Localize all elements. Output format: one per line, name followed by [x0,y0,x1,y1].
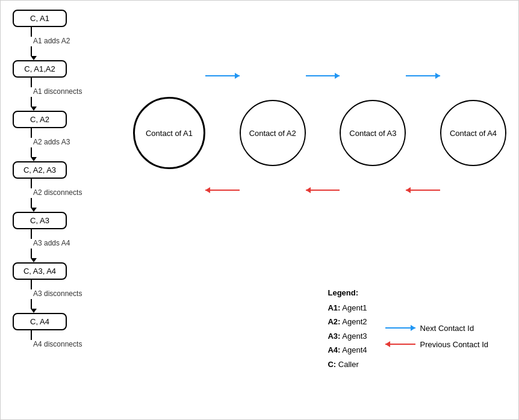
circle-contact-a1: Contact of A1 [133,97,205,169]
legend-title: Legend: [328,288,488,297]
flow-node-4: C, A2, A3 [13,161,67,179]
legend-a4: A4: Agent4 [328,343,367,357]
flow-node-1: C, A1 [13,10,67,27]
circle-contact-a4: Contact of A4 [440,100,506,166]
legend-red-row: Previous Contact Id [385,340,488,349]
red-arrow-3 [406,190,440,191]
transition-label-7: A4 disconnects [33,340,82,348]
circles-row: Contact of A1 Contact of A2 Contact of A… [133,97,506,169]
flow-item-4: C, A2, A3 [13,161,115,179]
red-arrow-2 [306,190,340,191]
legend-blue-arrow-icon [385,327,415,329]
flow-node-2: C, A1,A2 [13,60,67,78]
flow-node-7: C, A4 [13,313,67,330]
flow-item-6: C, A3, A4 [13,262,115,280]
flow-node-6: C, A3, A4 [13,262,67,280]
legend-a1: A1: Agent1 [328,301,367,315]
flow-item-2: C, A1,A2 [13,60,115,78]
blue-arrow-1 [205,75,240,76]
legend-c: C: Caller [328,357,367,371]
legend-a3: A3: Agent3 [328,329,367,343]
circle-contact-a3: Contact of A3 [340,100,406,166]
arrow-head [31,56,37,60]
flow-item-5: C, A3 [13,212,115,229]
legend-red-label: Previous Contact Id [420,340,488,349]
legend-a2: A2: Agent2 [328,315,367,329]
flow-node-3: C, A2 [13,111,67,128]
transition-label-1: A1 adds A2 [33,37,70,45]
legend-entries: A1: Agent1 A2: Agent2 A3: Agent3 A4: Age… [328,301,488,371]
transition-label-4: A2 disconnects [33,188,82,197]
legend-section: Legend: A1: Agent1 A2: Agent2 A3: Agent3… [328,288,488,371]
legend-red-arrow-icon [385,344,415,345]
legend-blue-row: Next Contact Id [385,324,488,333]
transition-label-3: A2 adds A3 [33,138,70,146]
transition-label-2: A1 disconnects [33,87,82,96]
circle-contact-a2: Contact of A2 [240,100,306,166]
circles-section: Contact of A1 Contact of A2 Contact of A… [133,61,506,205]
diagram-container: C, A1 A1 adds A2 C, A1,A2 A1 disconnects… [0,0,519,420]
red-arrow-1 [205,190,240,191]
legend-left: A1: Agent1 A2: Agent2 A3: Agent3 A4: Age… [328,301,367,371]
transition-label-6: A3 disconnects [33,289,82,298]
flow-item-3: C, A2 [13,111,115,128]
arrow-line [31,27,32,37]
flow-node-5: C, A3 [13,212,67,229]
flow-item-1: C, A1 [13,10,115,27]
legend-right: Next Contact Id Previous Contact Id [385,301,488,371]
legend-blue-label: Next Contact Id [420,324,474,333]
arrow-line [31,46,32,56]
flow-section: C, A1 A1 adds A2 C, A1,A2 A1 disconnects… [13,10,115,350]
transition-label-5: A3 adds A4 [33,239,70,247]
flow-item-7: C, A4 [13,313,115,330]
blue-arrow-3 [406,75,440,76]
blue-arrow-2 [306,75,340,76]
